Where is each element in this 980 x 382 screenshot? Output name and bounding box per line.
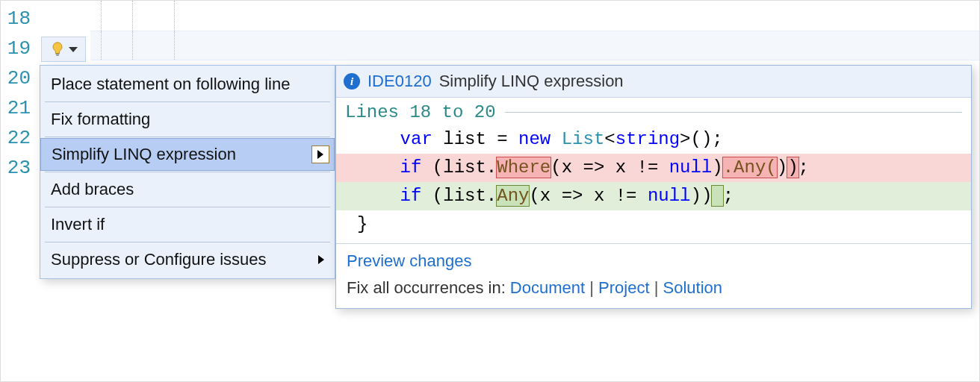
- fix-all-label: Fix all occurrences in:: [347, 278, 510, 297]
- preview-header: i IDE0120 Simplify LINQ expression: [336, 66, 971, 98]
- quick-actions-menu: Place statement on following line Fix fo…: [40, 65, 335, 279]
- qa-item-add-braces[interactable]: Add braces: [40, 174, 335, 205]
- code-line[interactable]: var list = new List<string>();: [90, 1, 979, 31]
- submenu-indicator: [311, 145, 329, 163]
- qa-item-place-statement[interactable]: Place statement on following line: [40, 69, 335, 100]
- diff-removed-line: if (list.Where(x => x != null).Any());: [336, 154, 971, 182]
- lightbulb-icon: [49, 41, 66, 57]
- qa-item-invert-if[interactable]: Invert if: [40, 209, 335, 240]
- line-number: 18: [1, 4, 38, 34]
- preview-changes-link[interactable]: Preview changes: [347, 251, 472, 270]
- fix-all-document-link[interactable]: Document: [510, 278, 585, 297]
- qa-item-suppress-configure[interactable]: Suppress or Configure issues: [40, 244, 335, 275]
- fix-all-project-link[interactable]: Project: [598, 278, 649, 297]
- qa-item-fix-formatting[interactable]: Fix formatting: [40, 104, 335, 135]
- line-number: 23: [1, 153, 38, 183]
- menu-separator: [45, 101, 330, 102]
- quick-actions-lightbulb[interactable]: [41, 37, 86, 62]
- line-number: 20: [1, 63, 38, 93]
- code-editor: 18 19 20 21 22 23 var list = new List<st…: [0, 0, 980, 382]
- diff-range-header: Lines 18 to 20: [336, 101, 971, 125]
- diff-context-line: }: [336, 210, 971, 239]
- line-number: 21: [1, 93, 38, 123]
- submenu-indicator: [312, 251, 330, 269]
- line-number-gutter: 18 19 20 21 22 23: [1, 1, 38, 381]
- menu-separator: [45, 242, 330, 242]
- qa-item-simplify-linq[interactable]: Simplify LINQ expression: [40, 138, 335, 171]
- fix-preview-flyout: i IDE0120 Simplify LINQ expression Lines…: [335, 65, 972, 309]
- line-number: 22: [1, 123, 38, 153]
- menu-separator: [45, 172, 330, 172]
- code-line[interactable]: if (list.Where(x => x != null).Any());: [90, 31, 979, 60]
- info-icon: i: [344, 73, 360, 90]
- fix-all-solution-link[interactable]: Solution: [663, 278, 723, 297]
- menu-separator: [45, 137, 330, 137]
- diff-added-line: if (list.Any(x => x != null)) ;: [336, 182, 971, 210]
- diff-block: Lines 18 to 20 var list = new List<strin…: [336, 98, 971, 243]
- rule-id: IDE0120: [368, 72, 432, 91]
- svg-rect-0: [56, 54, 60, 54]
- code-area[interactable]: var list = new List<string>(); if (list.…: [90, 1, 979, 60]
- chevron-right-icon: [317, 150, 323, 159]
- line-number: 19: [1, 34, 38, 63]
- menu-separator: [45, 207, 330, 207]
- diff-context-line: var list = new List<string>();: [336, 125, 971, 154]
- svg-rect-1: [56, 55, 59, 56]
- chevron-right-icon: [318, 255, 324, 264]
- rule-title: Simplify LINQ expression: [439, 72, 624, 91]
- chevron-down-icon: [69, 47, 78, 52]
- preview-footer: Preview changes Fix all occurrences in: …: [336, 243, 971, 308]
